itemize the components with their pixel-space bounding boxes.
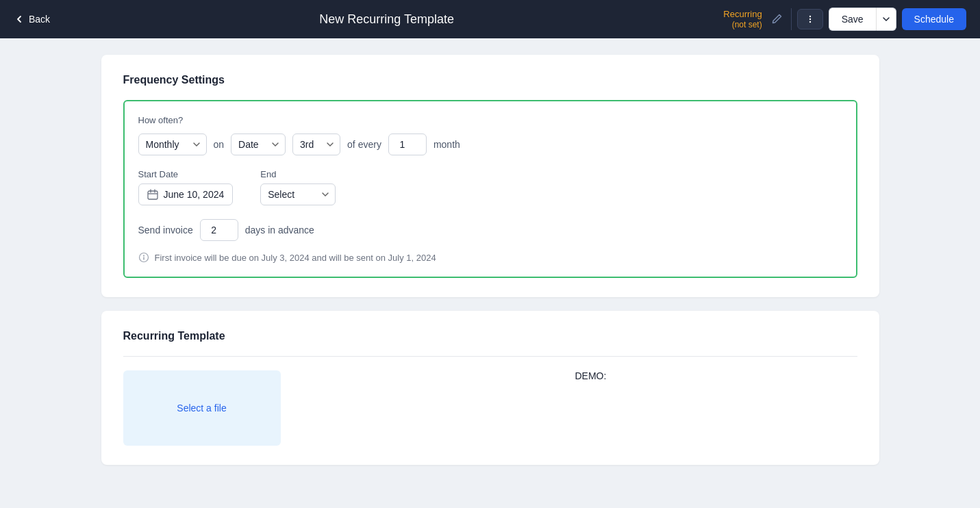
recurring-template-card: Recurring Template Select a file DEMO:	[101, 311, 879, 465]
info-text: First invoice will be due on July 3, 202…	[155, 253, 436, 263]
start-date-input[interactable]: June 10, 2024	[138, 183, 234, 205]
recurring-template-title: Recurring Template	[123, 330, 857, 342]
send-invoice-row: Send invoice days in advance	[138, 219, 842, 241]
of-every-label: of every	[347, 139, 381, 150]
demo-label: DEMO:	[575, 370, 607, 446]
days-in-advance-label: days in advance	[245, 225, 314, 236]
header-actions: Recurring (not set) Save Schedule	[723, 8, 966, 31]
back-button[interactable]: Back	[14, 14, 50, 25]
frequency-section-title: Frequency Settings	[123, 74, 857, 86]
send-invoice-label: Send invoice	[138, 225, 193, 236]
page-title: New Recurring Template	[61, 12, 712, 27]
on-label: on	[214, 139, 225, 150]
section-divider	[123, 356, 857, 357]
svg-point-0	[809, 16, 810, 17]
header-divider	[791, 8, 792, 30]
days-advance-input[interactable]	[200, 219, 238, 241]
back-arrow-icon	[14, 14, 25, 25]
save-split-button: Save	[829, 8, 896, 31]
date-end-row: Start Date June 10, 2024 End	[138, 169, 842, 205]
start-date-value: June 10, 2024	[164, 189, 225, 200]
template-content-row: Select a file DEMO:	[123, 370, 857, 446]
schedule-button[interactable]: Schedule	[902, 8, 966, 30]
app-header: Back New Recurring Template Recurring (n…	[0, 0, 980, 38]
end-label: End	[260, 169, 336, 179]
end-date-group: End Select	[260, 169, 336, 205]
svg-point-5	[143, 255, 144, 255]
more-options-button[interactable]	[797, 9, 823, 29]
recurring-status: Recurring (not set)	[723, 9, 762, 29]
recurring-label: Recurring	[723, 9, 762, 20]
start-date-group: Start Date June 10, 2024	[138, 169, 234, 205]
svg-point-2	[809, 21, 810, 23]
back-label: Back	[29, 14, 50, 25]
start-date-label: Start Date	[138, 169, 234, 179]
edit-icon-button[interactable]	[768, 10, 786, 28]
frequency-box: How often? Monthly on Date 3rd of every …	[123, 100, 857, 278]
frequency-select[interactable]: Monthly	[138, 134, 207, 155]
calendar-icon	[147, 189, 158, 200]
save-dropdown-button[interactable]	[876, 8, 896, 31]
date-type-select[interactable]: Date	[231, 134, 286, 155]
file-upload-label: Select a file	[177, 403, 226, 414]
chevron-down-icon	[882, 15, 890, 23]
save-button[interactable]: Save	[829, 8, 876, 31]
frequency-settings-card: Frequency Settings How often? Monthly on…	[101, 55, 879, 297]
info-row: First invoice will be due on July 3, 202…	[138, 252, 842, 263]
end-select[interactable]: Select	[260, 183, 336, 205]
ordinal-select[interactable]: 3rd	[292, 134, 340, 155]
recurring-sub: (not set)	[723, 20, 762, 29]
more-dots-icon	[805, 14, 816, 25]
svg-point-1	[809, 18, 810, 20]
month-number-input[interactable]	[388, 134, 427, 155]
how-often-label: How often?	[138, 115, 842, 125]
pencil-icon	[770, 13, 783, 25]
frequency-row: Monthly on Date 3rd of every month	[138, 134, 842, 155]
file-upload-box[interactable]: Select a file	[123, 370, 281, 446]
month-label: month	[434, 139, 460, 150]
svg-rect-3	[148, 191, 158, 199]
main-content: Frequency Settings How often? Monthly on…	[93, 38, 888, 481]
info-icon	[138, 252, 149, 263]
